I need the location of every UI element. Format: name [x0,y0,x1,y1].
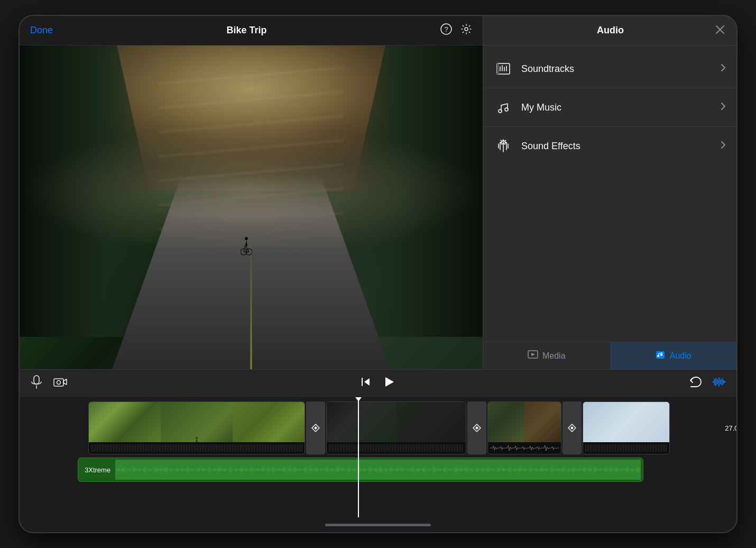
audio-menu: Soundtracks [483,45,736,342]
svg-text:?: ? [444,25,448,33]
media-tab-label: Media [542,351,566,361]
timeline-right-controls [689,376,726,391]
media-tab-icon [528,349,538,362]
soundtracks-label: Soundtracks [521,63,721,75]
close-audio-button[interactable] [714,24,726,38]
sound-effects-chevron [721,141,726,151]
timeline-left-controls [30,375,67,392]
transition-marker-2[interactable] [467,401,486,454]
soundtracks-icon [494,59,513,78]
svg-point-22 [57,381,61,385]
transition-marker-3[interactable] [563,401,582,454]
project-title: Bike Trip [227,25,267,36]
sound-effects-icon [494,136,513,156]
tab-media[interactable]: Media [483,342,610,369]
svg-rect-12 [497,63,499,74]
video-clip-3[interactable] [487,401,561,454]
svg-rect-19 [34,376,39,384]
timeline-section: 27.0s 3Xtreme // Generated as static SVG… [20,369,736,517]
svg-point-3 [245,237,248,240]
svg-point-2 [465,28,468,31]
help-icon[interactable]: ? [440,23,452,38]
audio-panel-title: Audio [597,25,624,36]
video-preview [20,45,483,369]
video-clip-1[interactable] [88,401,305,454]
clip1-thumb2 [161,402,233,442]
waveform-button[interactable] [712,376,726,391]
clip3-thumb2 [524,402,561,442]
microphone-button[interactable] [30,375,43,392]
audio-tab-bar: Media Audio [483,342,736,369]
clip1-thumb3 [233,402,305,442]
header-icons: ? [440,23,472,38]
my-music-menu-item[interactable]: My Music [483,88,736,127]
video-header: Done Bike Trip ? [20,16,483,45]
cyclist-silhouette [241,237,252,259]
tab-audio[interactable]: Audio [610,342,737,369]
skip-to-start-button[interactable] [360,376,372,391]
timeline-tracks: 27.0s 3Xtreme // Generated as static SVG… [20,397,736,517]
clip2-thumbnails [327,402,466,442]
done-button[interactable]: Done [30,25,53,36]
my-music-chevron [721,102,726,113]
video-clip-4[interactable] [583,401,670,454]
svg-point-18 [660,354,662,356]
transition-marker-1[interactable] [306,401,325,454]
clip2-waveform [327,442,466,454]
playhead [358,397,359,517]
sound-effects-menu-item[interactable]: Sound Effects [483,127,736,165]
timeline-controls [20,370,736,397]
clip3-thumb1 [488,402,524,442]
soundtracks-menu-item[interactable]: Soundtracks [483,50,736,88]
video-track-container: 27.0s [88,401,736,454]
audio-tab-label: Audio [670,351,692,361]
video-section: Done Bike Trip ? [20,16,483,369]
clip3-thumbnails [488,402,561,442]
clip2-thumb2 [397,402,466,442]
camera-button[interactable] [53,376,67,391]
audio-tab-icon [655,349,666,362]
scene-road-center [251,240,252,369]
clip4-thumb1 [583,402,669,442]
svg-point-23 [196,437,198,439]
my-music-label: My Music [521,102,721,113]
settings-icon[interactable] [460,23,472,38]
audio-track-label: 3Xtreme [85,466,110,474]
clip4-thumbnails [583,402,669,442]
top-section: Done Bike Trip ? [20,16,736,369]
audio-panel: Audio [483,16,736,369]
device-frame: Done Bike Trip ? [19,15,737,533]
clip1-thumbnails [89,402,305,442]
svg-point-17 [657,355,659,357]
home-bar [325,524,431,526]
duration-label: 27.0s [725,424,736,432]
svg-point-14 [505,108,508,111]
clip1-thumb1 [89,402,161,442]
home-indicator [20,517,736,532]
video-preview-image [20,45,483,369]
timeline-center-controls [360,375,396,392]
video-clip-2[interactable] [326,401,466,454]
audio-waveform: // Generated as static SVG rects [78,458,643,481]
play-button[interactable] [382,375,396,392]
svg-point-13 [499,109,502,113]
clip3-waveform [488,442,561,454]
undo-button[interactable] [689,376,702,391]
audio-track[interactable]: 3Xtreme // Generated as static SVG rects [78,458,643,482]
my-music-icon [494,98,513,117]
soundtracks-chevron [721,63,726,74]
audio-panel-header: Audio [483,16,736,45]
sound-effects-label: Sound Effects [521,141,721,152]
clip2-thumb1 [327,402,397,442]
clip4-waveform [583,442,669,454]
svg-rect-21 [54,379,63,386]
